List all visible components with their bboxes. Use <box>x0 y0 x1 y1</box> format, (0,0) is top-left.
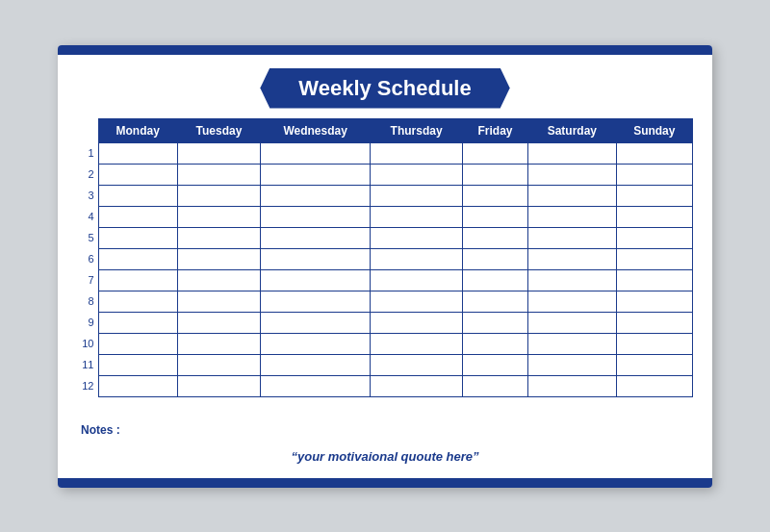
day-sunday: Sunday <box>616 118 692 142</box>
schedule-cell[interactable] <box>177 248 260 269</box>
schedule-cell[interactable] <box>462 227 527 248</box>
schedule-cell[interactable] <box>462 312 527 333</box>
schedule-cell[interactable] <box>462 185 527 206</box>
schedule-cell[interactable] <box>98 185 177 206</box>
table-row: 2 <box>77 164 693 185</box>
schedule-cell[interactable] <box>98 227 177 248</box>
schedule-cell[interactable] <box>177 227 260 248</box>
quote-section: “your motivaional quoute here” <box>58 442 712 478</box>
table-row: 8 <box>77 291 693 312</box>
schedule-cell[interactable] <box>98 206 177 227</box>
schedule-cell[interactable] <box>616 248 692 269</box>
schedule-title: Weekly Schedule <box>260 68 509 109</box>
schedule-cell[interactable] <box>260 333 370 354</box>
title-section: Weekly Schedule <box>58 55 712 118</box>
schedule-cell[interactable] <box>616 333 692 354</box>
schedule-cell[interactable] <box>177 333 260 354</box>
schedule-cell[interactable] <box>371 333 463 354</box>
schedule-cell[interactable] <box>98 375 177 396</box>
schedule-cell[interactable] <box>462 269 527 291</box>
schedule-card: Weekly Schedule Monday Tuesday Wednesday… <box>58 45 712 488</box>
schedule-cell[interactable] <box>98 333 177 354</box>
schedule-cell[interactable] <box>177 164 260 185</box>
schedule-cell[interactable] <box>371 164 463 185</box>
schedule-cell[interactable] <box>260 185 370 206</box>
schedule-cell[interactable] <box>371 142 463 164</box>
schedule-cell[interactable] <box>260 248 370 269</box>
schedule-cell[interactable] <box>98 142 177 164</box>
schedule-cell[interactable] <box>462 354 527 375</box>
schedule-cell[interactable] <box>616 227 692 248</box>
schedule-cell[interactable] <box>177 142 260 164</box>
schedule-cell[interactable] <box>616 142 692 164</box>
schedule-cell[interactable] <box>98 291 177 312</box>
schedule-cell[interactable] <box>177 291 260 312</box>
schedule-cell[interactable] <box>616 354 692 375</box>
schedule-cell[interactable] <box>462 291 527 312</box>
schedule-cell[interactable] <box>177 312 260 333</box>
schedule-cell[interactable] <box>260 312 370 333</box>
schedule-cell[interactable] <box>616 375 692 396</box>
schedule-cell[interactable] <box>528 333 616 354</box>
schedule-cell[interactable] <box>177 269 260 291</box>
schedule-cell[interactable] <box>528 206 616 227</box>
schedule-cell[interactable] <box>177 354 260 375</box>
schedule-cell[interactable] <box>616 269 692 291</box>
schedule-cell[interactable] <box>528 164 616 185</box>
schedule-cell[interactable] <box>98 312 177 333</box>
schedule-cell[interactable] <box>98 269 177 291</box>
schedule-cell[interactable] <box>528 291 616 312</box>
schedule-cell[interactable] <box>260 142 370 164</box>
schedule-cell[interactable] <box>528 375 616 396</box>
schedule-cell[interactable] <box>371 375 463 396</box>
schedule-cell[interactable] <box>616 164 692 185</box>
schedule-cell[interactable] <box>528 248 616 269</box>
schedule-cell[interactable] <box>528 185 616 206</box>
schedule-cell[interactable] <box>260 164 370 185</box>
schedule-cell[interactable] <box>528 142 616 164</box>
row-number: 8 <box>77 291 98 312</box>
schedule-cell[interactable] <box>98 354 177 375</box>
schedule-cell[interactable] <box>260 269 370 291</box>
schedule-cell[interactable] <box>462 164 527 185</box>
schedule-cell[interactable] <box>371 312 463 333</box>
schedule-cell[interactable] <box>371 227 463 248</box>
schedule-cell[interactable] <box>371 291 463 312</box>
schedule-cell[interactable] <box>616 291 692 312</box>
schedule-cell[interactable] <box>462 375 527 396</box>
schedule-cell[interactable] <box>616 185 692 206</box>
schedule-cell[interactable] <box>177 375 260 396</box>
schedule-cell[interactable] <box>528 227 616 248</box>
schedule-cell[interactable] <box>371 248 463 269</box>
schedule-cell[interactable] <box>177 185 260 206</box>
schedule-cell[interactable] <box>528 354 616 375</box>
schedule-cell[interactable] <box>260 227 370 248</box>
schedule-cell[interactable] <box>616 206 692 227</box>
schedule-cell[interactable] <box>371 269 463 291</box>
schedule-cell[interactable] <box>462 248 527 269</box>
schedule-cell[interactable] <box>371 185 463 206</box>
row-number: 10 <box>77 333 98 354</box>
day-wednesday: Wednesday <box>260 118 370 142</box>
schedule-cell[interactable] <box>98 248 177 269</box>
motivational-quote: “your motivaional quoute here” <box>291 449 478 464</box>
schedule-cell[interactable] <box>260 291 370 312</box>
schedule-cell[interactable] <box>462 333 527 354</box>
schedule-cell[interactable] <box>260 206 370 227</box>
schedule-cell[interactable] <box>462 206 527 227</box>
row-number: 7 <box>77 269 98 291</box>
schedule-cell[interactable] <box>371 206 463 227</box>
schedule-cell[interactable] <box>98 164 177 185</box>
schedule-cell[interactable] <box>616 312 692 333</box>
schedule-cell[interactable] <box>260 354 370 375</box>
notes-section: Notes : <box>58 413 712 442</box>
schedule-cell[interactable] <box>260 375 370 396</box>
schedule-cell[interactable] <box>462 142 527 164</box>
schedule-cell[interactable] <box>177 206 260 227</box>
row-number: 11 <box>77 354 98 375</box>
schedule-cell[interactable] <box>528 312 616 333</box>
table-row: 7 <box>77 269 693 291</box>
schedule-cell[interactable] <box>528 269 616 291</box>
schedule-cell[interactable] <box>371 354 463 375</box>
table-row: 11 <box>77 354 693 375</box>
